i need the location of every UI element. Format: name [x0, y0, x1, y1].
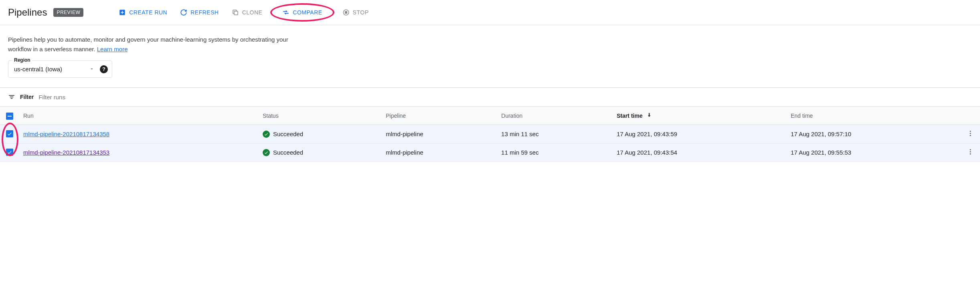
create-run-label: CREATE RUN [129, 9, 167, 16]
column-pipeline[interactable]: Pipeline [382, 107, 497, 125]
row-checkbox[interactable] [6, 149, 13, 156]
filter-row: Filter [0, 88, 980, 106]
svg-rect-1 [234, 11, 238, 15]
success-icon [263, 131, 270, 138]
column-run[interactable]: Run [19, 107, 259, 125]
learn-more-link[interactable]: Learn more [97, 46, 128, 52]
svg-point-8 [970, 151, 971, 153]
header-toolbar: Pipelines PREVIEW CREATE RUN REFRESH CLO… [0, 0, 980, 25]
more-actions-button[interactable] [967, 150, 974, 157]
page-title: Pipelines [8, 7, 47, 18]
column-actions [961, 107, 980, 125]
stop-button[interactable]: STOP [338, 6, 374, 19]
compare-label: COMPARE [293, 9, 322, 16]
run-link[interactable]: mlmd-pipeline-20210817134358 [23, 131, 109, 137]
start-time-cell: 17 Aug 2021, 09:43:59 [613, 125, 787, 143]
success-icon [263, 149, 270, 156]
pipeline-cell: mlmd-pipeline [382, 143, 497, 162]
sort-descending-icon [646, 112, 652, 119]
end-time-cell: 17 Aug 2021, 09:57:10 [787, 125, 961, 143]
status-text: Succeeded [273, 131, 303, 137]
clone-button[interactable]: CLONE [227, 6, 267, 19]
table-header-row: Run Status Pipeline Duration Start time … [0, 107, 980, 125]
status-text: Succeeded [273, 149, 303, 156]
run-link[interactable]: mlmd-pipeline-20210817134353 [23, 149, 109, 156]
table-row: mlmd-pipeline-20210817134353 Succeeded m… [0, 143, 980, 162]
row-checkbox[interactable] [6, 130, 13, 137]
svg-point-7 [970, 149, 971, 150]
create-run-button[interactable]: CREATE RUN [114, 6, 172, 19]
end-time-cell: 17 Aug 2021, 09:55:53 [787, 143, 961, 162]
svg-point-5 [970, 133, 971, 134]
start-time-cell: 17 Aug 2021, 09:43:54 [613, 143, 787, 162]
status-cell: Succeeded [263, 149, 378, 156]
filter-label: Filter [20, 94, 34, 100]
description-text: Pipelines help you to automate, monitor … [0, 25, 305, 57]
duration-cell: 13 min 11 sec [497, 125, 613, 143]
stop-icon [342, 9, 350, 16]
clone-icon [232, 9, 239, 16]
stop-label: STOP [353, 9, 369, 16]
clone-label: CLONE [242, 9, 263, 16]
refresh-icon [180, 9, 187, 16]
column-end-time[interactable]: End time [787, 107, 961, 125]
column-start-time[interactable]: Start time [613, 107, 787, 125]
svg-point-9 [970, 153, 971, 155]
compare-highlight-ring: COMPARE [270, 3, 334, 22]
region-value: us-central1 (Iowa) [14, 66, 62, 72]
compare-icon [282, 9, 290, 16]
region-label: Region [12, 57, 32, 63]
duration-cell: 11 min 59 sec [497, 143, 613, 162]
region-select[interactable]: Region us-central1 (Iowa) ? [8, 60, 112, 78]
select-all-checkbox[interactable] [6, 113, 13, 120]
column-duration[interactable]: Duration [497, 107, 613, 125]
region-row: Region us-central1 (Iowa) ? [0, 57, 980, 87]
more-actions-button[interactable] [967, 131, 974, 138]
svg-rect-3 [345, 12, 347, 14]
table-row: mlmd-pipeline-20210817134358 Succeeded m… [0, 125, 980, 143]
help-icon[interactable]: ? [100, 65, 108, 73]
column-status[interactable]: Status [259, 107, 382, 125]
chevron-down-icon [89, 66, 94, 72]
preview-badge: PREVIEW [53, 8, 83, 17]
compare-button[interactable]: COMPARE [277, 6, 327, 19]
refresh-button[interactable]: REFRESH [175, 6, 223, 19]
runs-table: Run Status Pipeline Duration Start time … [0, 106, 980, 162]
status-cell: Succeeded [263, 131, 378, 138]
refresh-label: REFRESH [190, 9, 219, 16]
svg-point-4 [970, 131, 971, 132]
filter-icon [8, 93, 15, 101]
pipeline-cell: mlmd-pipeline [382, 125, 497, 143]
select-all-header [0, 107, 19, 125]
svg-point-6 [970, 135, 971, 136]
filter-input[interactable] [38, 94, 972, 101]
plus-icon [119, 9, 126, 16]
